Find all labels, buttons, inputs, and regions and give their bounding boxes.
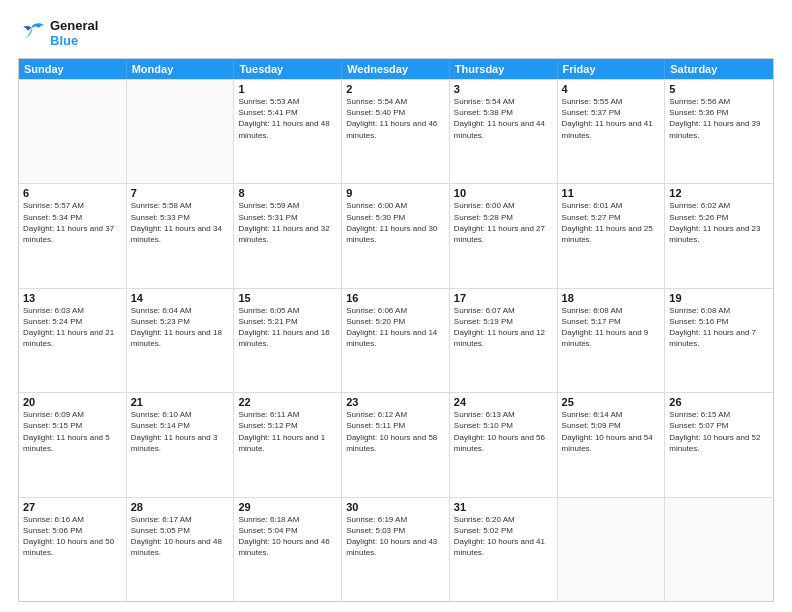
calendar-day-cell: 19Sunrise: 6:08 AM Sunset: 5:16 PM Dayli… <box>665 289 773 392</box>
day-number: 3 <box>454 83 553 95</box>
day-info: Sunrise: 5:59 AM Sunset: 5:31 PM Dayligh… <box>238 200 337 245</box>
calendar-day-cell: 15Sunrise: 6:05 AM Sunset: 5:21 PM Dayli… <box>234 289 342 392</box>
calendar-day-cell: 31Sunrise: 6:20 AM Sunset: 5:02 PM Dayli… <box>450 498 558 601</box>
day-number: 22 <box>238 396 337 408</box>
day-number: 17 <box>454 292 553 304</box>
day-number: 25 <box>562 396 661 408</box>
day-info: Sunrise: 6:01 AM Sunset: 5:27 PM Dayligh… <box>562 200 661 245</box>
day-number: 28 <box>131 501 230 513</box>
day-number: 19 <box>669 292 769 304</box>
calendar-page: General Blue SundayMondayTuesdayWednesda… <box>0 0 792 612</box>
weekday-header: Tuesday <box>234 59 342 79</box>
day-info: Sunrise: 5:58 AM Sunset: 5:33 PM Dayligh… <box>131 200 230 245</box>
calendar-day-cell: 28Sunrise: 6:17 AM Sunset: 5:05 PM Dayli… <box>127 498 235 601</box>
logo-text: General Blue <box>50 18 98 48</box>
calendar-body: 1Sunrise: 5:53 AM Sunset: 5:41 PM Daylig… <box>19 79 773 601</box>
day-number: 30 <box>346 501 445 513</box>
calendar-day-cell: 3Sunrise: 5:54 AM Sunset: 5:38 PM Daylig… <box>450 80 558 183</box>
calendar-day-cell: 14Sunrise: 6:04 AM Sunset: 5:23 PM Dayli… <box>127 289 235 392</box>
day-info: Sunrise: 5:57 AM Sunset: 5:34 PM Dayligh… <box>23 200 122 245</box>
calendar-week-row: 6Sunrise: 5:57 AM Sunset: 5:34 PM Daylig… <box>19 183 773 287</box>
day-info: Sunrise: 6:04 AM Sunset: 5:23 PM Dayligh… <box>131 305 230 350</box>
day-number: 1 <box>238 83 337 95</box>
calendar-day-cell <box>19 80 127 183</box>
weekday-header: Sunday <box>19 59 127 79</box>
calendar-day-cell: 2Sunrise: 5:54 AM Sunset: 5:40 PM Daylig… <box>342 80 450 183</box>
day-info: Sunrise: 6:19 AM Sunset: 5:03 PM Dayligh… <box>346 514 445 559</box>
weekday-header: Thursday <box>450 59 558 79</box>
calendar-week-row: 13Sunrise: 6:03 AM Sunset: 5:24 PM Dayli… <box>19 288 773 392</box>
day-info: Sunrise: 6:11 AM Sunset: 5:12 PM Dayligh… <box>238 409 337 454</box>
calendar-day-cell: 6Sunrise: 5:57 AM Sunset: 5:34 PM Daylig… <box>19 184 127 287</box>
calendar-day-cell: 23Sunrise: 6:12 AM Sunset: 5:11 PM Dayli… <box>342 393 450 496</box>
calendar-day-cell: 17Sunrise: 6:07 AM Sunset: 5:19 PM Dayli… <box>450 289 558 392</box>
calendar-day-cell: 21Sunrise: 6:10 AM Sunset: 5:14 PM Dayli… <box>127 393 235 496</box>
calendar-week-row: 27Sunrise: 6:16 AM Sunset: 5:06 PM Dayli… <box>19 497 773 601</box>
calendar-day-cell: 5Sunrise: 5:56 AM Sunset: 5:36 PM Daylig… <box>665 80 773 183</box>
calendar-day-cell: 29Sunrise: 6:18 AM Sunset: 5:04 PM Dayli… <box>234 498 342 601</box>
day-number: 29 <box>238 501 337 513</box>
calendar-day-cell: 16Sunrise: 6:06 AM Sunset: 5:20 PM Dayli… <box>342 289 450 392</box>
calendar-day-cell: 12Sunrise: 6:02 AM Sunset: 5:26 PM Dayli… <box>665 184 773 287</box>
day-number: 12 <box>669 187 769 199</box>
day-number: 31 <box>454 501 553 513</box>
day-info: Sunrise: 5:53 AM Sunset: 5:41 PM Dayligh… <box>238 96 337 141</box>
day-number: 23 <box>346 396 445 408</box>
calendar-day-cell: 4Sunrise: 5:55 AM Sunset: 5:37 PM Daylig… <box>558 80 666 183</box>
day-number: 14 <box>131 292 230 304</box>
calendar-day-cell: 25Sunrise: 6:14 AM Sunset: 5:09 PM Dayli… <box>558 393 666 496</box>
weekday-header: Friday <box>558 59 666 79</box>
day-info: Sunrise: 6:14 AM Sunset: 5:09 PM Dayligh… <box>562 409 661 454</box>
day-number: 24 <box>454 396 553 408</box>
day-info: Sunrise: 6:00 AM Sunset: 5:28 PM Dayligh… <box>454 200 553 245</box>
day-number: 2 <box>346 83 445 95</box>
day-number: 5 <box>669 83 769 95</box>
calendar: SundayMondayTuesdayWednesdayThursdayFrid… <box>18 58 774 602</box>
day-info: Sunrise: 6:18 AM Sunset: 5:04 PM Dayligh… <box>238 514 337 559</box>
day-info: Sunrise: 6:00 AM Sunset: 5:30 PM Dayligh… <box>346 200 445 245</box>
day-number: 7 <box>131 187 230 199</box>
day-number: 20 <box>23 396 122 408</box>
calendar-day-cell: 11Sunrise: 6:01 AM Sunset: 5:27 PM Dayli… <box>558 184 666 287</box>
logo-icon <box>18 22 46 44</box>
day-number: 8 <box>238 187 337 199</box>
day-info: Sunrise: 5:54 AM Sunset: 5:40 PM Dayligh… <box>346 96 445 141</box>
calendar-day-cell: 7Sunrise: 5:58 AM Sunset: 5:33 PM Daylig… <box>127 184 235 287</box>
day-info: Sunrise: 6:02 AM Sunset: 5:26 PM Dayligh… <box>669 200 769 245</box>
calendar-day-cell: 13Sunrise: 6:03 AM Sunset: 5:24 PM Dayli… <box>19 289 127 392</box>
day-number: 13 <box>23 292 122 304</box>
day-number: 26 <box>669 396 769 408</box>
weekday-header: Wednesday <box>342 59 450 79</box>
day-info: Sunrise: 6:07 AM Sunset: 5:19 PM Dayligh… <box>454 305 553 350</box>
day-number: 16 <box>346 292 445 304</box>
weekday-header: Monday <box>127 59 235 79</box>
day-number: 27 <box>23 501 122 513</box>
day-number: 6 <box>23 187 122 199</box>
day-number: 21 <box>131 396 230 408</box>
calendar-week-row: 20Sunrise: 6:09 AM Sunset: 5:15 PM Dayli… <box>19 392 773 496</box>
calendar-day-cell: 26Sunrise: 6:15 AM Sunset: 5:07 PM Dayli… <box>665 393 773 496</box>
day-info: Sunrise: 5:56 AM Sunset: 5:36 PM Dayligh… <box>669 96 769 141</box>
day-number: 10 <box>454 187 553 199</box>
day-info: Sunrise: 6:05 AM Sunset: 5:21 PM Dayligh… <box>238 305 337 350</box>
calendar-week-row: 1Sunrise: 5:53 AM Sunset: 5:41 PM Daylig… <box>19 79 773 183</box>
day-info: Sunrise: 6:09 AM Sunset: 5:15 PM Dayligh… <box>23 409 122 454</box>
calendar-day-cell: 30Sunrise: 6:19 AM Sunset: 5:03 PM Dayli… <box>342 498 450 601</box>
calendar-day-cell: 9Sunrise: 6:00 AM Sunset: 5:30 PM Daylig… <box>342 184 450 287</box>
header: General Blue <box>18 18 774 48</box>
calendar-day-cell: 24Sunrise: 6:13 AM Sunset: 5:10 PM Dayli… <box>450 393 558 496</box>
day-number: 9 <box>346 187 445 199</box>
calendar-day-cell: 27Sunrise: 6:16 AM Sunset: 5:06 PM Dayli… <box>19 498 127 601</box>
calendar-day-cell: 20Sunrise: 6:09 AM Sunset: 5:15 PM Dayli… <box>19 393 127 496</box>
day-info: Sunrise: 6:13 AM Sunset: 5:10 PM Dayligh… <box>454 409 553 454</box>
calendar-day-cell <box>665 498 773 601</box>
day-info: Sunrise: 6:16 AM Sunset: 5:06 PM Dayligh… <box>23 514 122 559</box>
logo: General Blue <box>18 18 98 48</box>
day-info: Sunrise: 6:03 AM Sunset: 5:24 PM Dayligh… <box>23 305 122 350</box>
calendar-day-cell: 18Sunrise: 6:08 AM Sunset: 5:17 PM Dayli… <box>558 289 666 392</box>
day-number: 11 <box>562 187 661 199</box>
day-info: Sunrise: 6:08 AM Sunset: 5:17 PM Dayligh… <box>562 305 661 350</box>
day-info: Sunrise: 5:54 AM Sunset: 5:38 PM Dayligh… <box>454 96 553 141</box>
day-number: 18 <box>562 292 661 304</box>
day-info: Sunrise: 6:08 AM Sunset: 5:16 PM Dayligh… <box>669 305 769 350</box>
